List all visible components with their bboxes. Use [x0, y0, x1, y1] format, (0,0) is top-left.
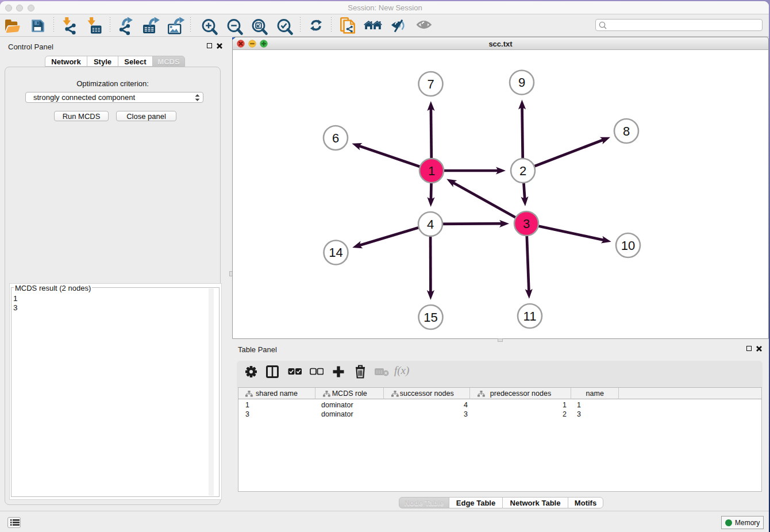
svg-text:14: 14	[329, 245, 342, 260]
svg-text:1: 1	[428, 164, 435, 178]
svg-text:6: 6	[332, 131, 339, 145]
svg-text:4: 4	[427, 217, 434, 232]
svg-text:2: 2	[519, 164, 526, 178]
svg-text:3: 3	[523, 217, 530, 231]
svg-text:15: 15	[424, 310, 437, 325]
svg-text:11: 11	[523, 309, 537, 323]
svg-text:9: 9	[518, 75, 525, 90]
svg-text:10: 10	[621, 238, 635, 253]
svg-text:7: 7	[427, 77, 434, 91]
svg-text:8: 8	[623, 124, 630, 138]
